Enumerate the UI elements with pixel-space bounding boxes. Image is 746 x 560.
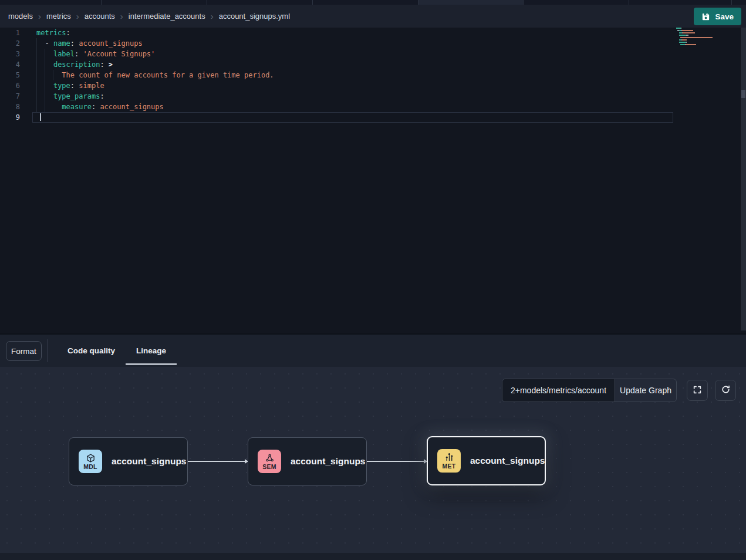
refresh-button[interactable] [715,380,736,401]
tab-code-quality[interactable]: Code quality [57,335,126,367]
met-badge: MET [437,449,461,473]
line-number: 5 [0,70,20,80]
minimap-row [676,30,713,31]
breadcrumb-item[interactable]: accounts [85,12,115,21]
tab-divider [731,0,732,5]
minimap[interactable] [676,28,713,49]
code-line[interactable]: 4 description: > [0,59,673,70]
line-number: 3 [0,49,20,59]
save-label: Save [715,12,734,21]
minimap-row [676,46,713,48]
code-editor[interactable]: 1metrics:2 - name: account_signups3 labe… [0,28,746,333]
breadcrumb-item[interactable]: intermediate_accounts [129,12,205,21]
tab-divider [101,0,102,5]
tab-divider [523,0,524,5]
bottom-strip [0,553,746,560]
fullscreen-button[interactable] [687,380,708,401]
badge-label: MET [442,463,455,470]
code-line[interactable]: 6 type: simple [0,80,673,91]
lineage-canvas[interactable]: Update Graph MDLaccount_signupsSEMaccoun… [0,367,746,560]
text-cursor [40,113,41,121]
line-number: 7 [0,91,20,102]
lineage-edge [188,461,248,462]
minimap-row [676,28,713,29]
code-line[interactable]: 8 measure: account_signups [0,102,673,112]
minimap-row [676,39,713,41]
lineage-node-met[interactable]: METaccount_signups [427,436,546,485]
lineage-selector-group: Update Graph [502,379,677,402]
line-number: 9 [0,112,20,123]
metric-chart-icon [444,453,454,463]
lineage-selector-input[interactable] [502,379,615,402]
code-lines[interactable]: 1metrics:2 - name: account_signups3 labe… [0,28,673,123]
badge-label: SEM [262,464,276,470]
model-cube-icon [86,453,96,463]
bottom-panel-header: Format Code qualityLineage [0,335,746,367]
app-window: models›metrics›accounts›intermediate_acc… [0,0,746,560]
code-line[interactable]: 1metrics: [0,28,673,38]
node-label: account_signups [112,456,186,467]
bottom-panel-tabs: Code qualityLineage [57,335,177,367]
mdl-badge: MDL [79,450,102,473]
scrollbar-thumb[interactable] [741,90,745,98]
vertical-divider [48,339,48,362]
node-label: account_signups [291,456,365,467]
code-line[interactable]: 9 [0,112,673,123]
minimap-row [676,35,713,36]
line-number: 4 [0,59,20,70]
breadcrumb-item[interactable]: models [8,12,33,21]
breadcrumb-separator-icon: › [120,12,123,21]
active-file-tab[interactable] [418,0,523,5]
save-floppy-icon [701,12,710,21]
badge-label: MDL [83,464,97,470]
node-label: account_signups [470,456,545,466]
editor-scrollbar[interactable] [741,28,746,330]
tab-divider [418,0,418,5]
breadcrumb-item[interactable]: metrics [46,12,71,21]
code-line[interactable]: 5 The count of new accounts for a given … [0,70,673,80]
lineage-edge [367,461,427,462]
code-line[interactable]: 7 type_params: [0,91,673,102]
tab-divider [312,0,313,5]
code-line[interactable]: 3 label: 'Account Signups' [0,49,673,59]
breadcrumb-separator-icon: › [76,12,79,21]
line-number: 6 [0,80,20,91]
breadcrumb-separator-icon: › [38,12,41,21]
minimap-row [676,37,713,38]
editor-tabstrip[interactable] [0,0,746,5]
refresh-icon [721,384,731,396]
line-number: 1 [0,28,20,38]
update-graph-button[interactable]: Update Graph [615,379,676,402]
code-line[interactable]: 2 - name: account_signups [0,38,673,49]
breadcrumb-separator-icon: › [211,12,214,21]
lineage-node-mdl[interactable]: MDLaccount_signups [69,437,188,485]
save-button[interactable]: Save [694,8,741,25]
breadcrumb-item[interactable]: account_signups.yml [219,12,290,21]
minimap-row [676,42,713,43]
sem-badge: SEM [258,450,281,473]
semantic-model-icon [265,453,275,463]
line-number: 2 [0,38,20,49]
tab-divider [207,0,207,5]
lineage-node-sem[interactable]: SEMaccount_signups [248,437,367,485]
minimap-row [676,44,713,45]
breadcrumb-bar: models›metrics›accounts›intermediate_acc… [0,5,746,28]
format-button[interactable]: Format [6,341,42,361]
minimap-row [676,32,713,33]
tab-lineage[interactable]: Lineage [126,335,177,367]
fullscreen-icon [693,385,702,396]
breadcrumb: models›metrics›accounts›intermediate_acc… [8,12,290,21]
line-number: 8 [0,102,20,112]
tab-divider [629,0,629,5]
